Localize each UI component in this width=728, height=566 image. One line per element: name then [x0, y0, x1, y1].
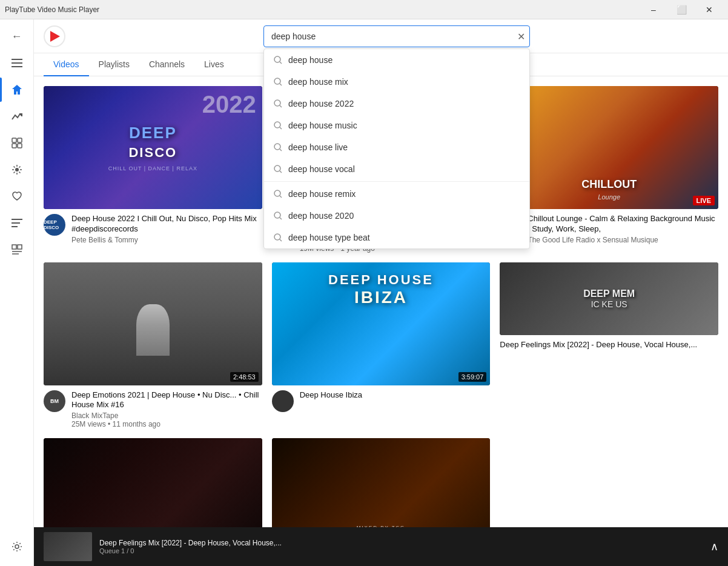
svg-line-19: [280, 84, 282, 85]
svg-line-29: [280, 196, 282, 198]
sidebar-row-subscriptions: [0, 131, 33, 155]
video-badge-2: LIVE: [693, 196, 715, 205]
svg-point-22: [274, 122, 280, 128]
title-bar: PlayTube Video Music Player – ⬜ ✕: [0, 0, 728, 19]
svg-point-32: [274, 234, 280, 240]
tab-playlists[interactable]: Playlists: [89, 53, 139, 76]
tab-lives[interactable]: Lives: [194, 53, 234, 76]
avatar-3: BM: [44, 390, 65, 412]
video-title-2: Chillout Lounge - Calm & Relaxing Backgr…: [528, 214, 718, 235]
svg-point-24: [274, 144, 280, 150]
svg-point-18: [274, 78, 280, 84]
video-meta-0: Deep House 2022 I Chill Out, Nu Disco, P…: [71, 214, 262, 244]
video-channel-3: Black MixTape: [71, 411, 262, 420]
search-dropdown: deep house deep house mix deep house 202…: [263, 48, 530, 249]
suggestion-5[interactable]: deep house vocal: [264, 158, 529, 180]
video-meta-4: Deep House Ibiza: [300, 390, 491, 412]
video-title-0: Deep House 2022 I Chill Out, Nu Disco, P…: [71, 214, 262, 235]
svg-point-16: [274, 56, 280, 62]
video-thumb-2: CHILLOUT Lounge LIVE: [500, 86, 718, 209]
sidebar-row-ai: [0, 158, 33, 182]
suggestion-3[interactable]: deep house music: [264, 115, 529, 136]
suggestion-2[interactable]: deep house 2022: [264, 93, 529, 115]
player-expand-button[interactable]: ∧: [710, 540, 718, 553]
home-icon[interactable]: [5, 78, 29, 102]
tab-channels[interactable]: Channels: [139, 53, 194, 76]
search-wrapper: ✕ deep house deep house mix deep house 2…: [263, 25, 530, 47]
suggestion-8[interactable]: deep house type beat: [264, 227, 529, 248]
header: ✕ deep house deep house mix deep house 2…: [34, 19, 728, 53]
suggestion-7[interactable]: deep house 2020: [264, 205, 529, 227]
svg-point-26: [274, 165, 280, 171]
svg-rect-2: [12, 66, 22, 67]
video-channel-2: The Good Life Radio x Sensual Musique: [528, 236, 718, 244]
svg-point-20: [274, 100, 280, 106]
video-card-2[interactable]: CHILLOUT Lounge LIVE TGL Chillout Lounge…: [500, 86, 718, 253]
title-bar-left: PlayTube Video Music Player: [5, 5, 99, 14]
menu-icon[interactable]: [5, 51, 29, 75]
logo: [44, 25, 65, 47]
ai-icon[interactable]: [5, 158, 29, 182]
svg-line-33: [280, 239, 282, 241]
video-info-5: Deep Feelings Mix [2022] - Deep House, V…: [500, 340, 718, 350]
avatar-0: DEEP DISCO: [44, 214, 65, 236]
video-duration-3: 2:48:53: [230, 372, 259, 382]
svg-line-21: [280, 105, 282, 107]
svg-rect-8: [12, 219, 22, 220]
search-clear-button[interactable]: ✕: [517, 30, 525, 42]
maximize-button[interactable]: ⬜: [667, 0, 695, 19]
svg-point-28: [274, 190, 280, 196]
settings-icon[interactable]: [5, 534, 29, 559]
minimize-button[interactable]: –: [640, 0, 667, 19]
sidebar-row-back: ←: [0, 24, 33, 48]
player-info: Deep Feelings Mix [2022] - Deep House, V…: [99, 539, 703, 554]
history-icon[interactable]: [5, 211, 29, 235]
video-card-6[interactable]: DEEP HOUSE MIXED BY ARK MANTONY Deep Hou…: [44, 438, 262, 527]
suggestion-4[interactable]: deep house live: [264, 136, 529, 158]
logo-play-icon: [50, 31, 60, 42]
svg-rect-10: [12, 226, 18, 227]
trending-icon[interactable]: [5, 104, 29, 128]
tab-videos[interactable]: Videos: [44, 53, 89, 76]
suggestion-0[interactable]: deep house: [264, 49, 529, 71]
video-card-3[interactable]: 2:48:53 BM Deep Emotions 2021 | Deep Hou…: [44, 262, 262, 429]
dropdown-divider: [264, 181, 529, 182]
video-info-0: DEEP DISCO Deep House 2022 I Chill Out, …: [44, 214, 262, 244]
sidebar-row-likes: [0, 184, 33, 208]
video-meta-5: Deep Feelings Mix [2022] - Deep House, V…: [500, 340, 718, 350]
video-card-7[interactable]: MIXED BY TSG DEEP HOUSE mix Deep House M…: [272, 438, 491, 527]
svg-point-15: [15, 545, 19, 548]
back-icon[interactable]: ←: [5, 24, 29, 48]
video-title-4: Deep House Ibiza: [300, 390, 491, 401]
likes-icon[interactable]: [5, 184, 29, 208]
video-channel-0: Pete Bellis & Tommy: [71, 236, 262, 244]
svg-line-17: [280, 62, 282, 64]
suggestion-6[interactable]: deep house remix: [264, 183, 529, 205]
video-duration-4: 3:59:07: [458, 372, 487, 382]
svg-rect-3: [12, 138, 16, 142]
sidebar-row-playlists: [0, 238, 33, 262]
playlists-icon[interactable]: [5, 238, 29, 262]
svg-rect-4: [18, 138, 22, 142]
svg-rect-6: [18, 144, 22, 148]
subscriptions-icon[interactable]: [5, 131, 29, 155]
bottom-player: Deep Feelings Mix [2022] - Deep House, V…: [34, 527, 728, 566]
suggestion-1[interactable]: deep house mix: [264, 71, 529, 93]
video-card-0[interactable]: DEEP DISCO CHILL OUT | DANCE | RELAX 202…: [44, 86, 262, 253]
player-queue: Queue 1 / 0: [99, 547, 703, 554]
app-title: PlayTube Video Music Player: [5, 5, 99, 14]
svg-point-7: [15, 168, 19, 171]
svg-line-31: [280, 218, 282, 219]
video-card-5[interactable]: DEEP MEM IC KE US Deep Feelings Mix [202…: [500, 262, 718, 429]
video-card-4[interactable]: DEEP HOUSE IBIZA 3:59:07 Deep House Ibiz…: [272, 262, 491, 429]
main-content: ✕ deep house deep house mix deep house 2…: [34, 19, 728, 566]
search-input[interactable]: [263, 25, 530, 47]
title-bar-controls: – ⬜ ✕: [640, 0, 723, 19]
video-thumb-0: DEEP DISCO CHILL OUT | DANCE | RELAX 202…: [44, 86, 262, 209]
active-bar: [0, 78, 2, 102]
video-meta-2: Chillout Lounge - Calm & Relaxing Backgr…: [528, 214, 718, 244]
sidebar-row-trending: [0, 104, 33, 128]
player-title: Deep Feelings Mix [2022] - Deep House, V…: [99, 539, 703, 547]
svg-rect-9: [12, 222, 20, 224]
close-button[interactable]: ✕: [695, 0, 723, 19]
